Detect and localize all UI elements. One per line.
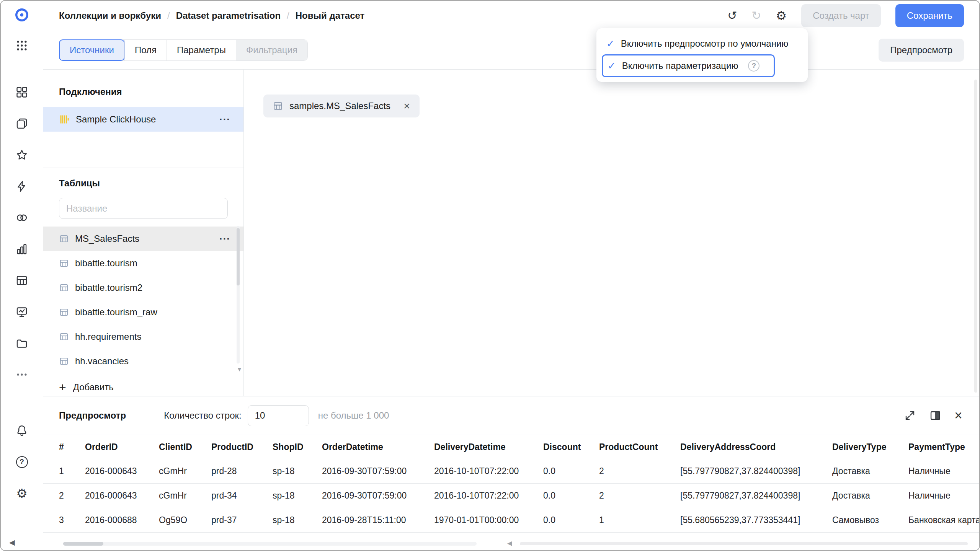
scroll-down-icon[interactable]: ▾	[238, 365, 241, 373]
editor-monitor-icon[interactable]	[15, 305, 29, 319]
table-item[interactable]: hh.requirements	[43, 324, 243, 349]
tab-parameters[interactable]: Параметры	[167, 40, 236, 60]
tables-list-scrollbar[interactable]	[237, 226, 240, 364]
collapse-sidebar-icon[interactable]: ◀	[9, 538, 15, 546]
table-item-label: hh.vacancies	[75, 356, 129, 367]
preview-window-controls: ×	[904, 409, 962, 422]
cell: 0.0	[543, 491, 599, 501]
apps-grid-icon[interactable]	[15, 38, 29, 53]
table-icon	[59, 332, 69, 342]
cell: cGmHr	[159, 466, 211, 476]
connection-more-icon[interactable]: ···	[219, 114, 230, 124]
settings-gear-icon[interactable]: ⚙	[15, 486, 29, 500]
menu-item-enable-preview-default[interactable]: ✓ Включить предпросмотр по умолчанию	[602, 33, 802, 54]
more-services-icon[interactable]	[15, 367, 29, 382]
cell: 2	[59, 491, 85, 501]
column-header: ClientID	[159, 442, 211, 452]
cell: 1	[599, 515, 680, 525]
cell: 0.0	[543, 515, 599, 525]
tab-sources[interactable]: Источники	[59, 39, 125, 61]
preview-panel: Предпросмотр Количество строк: не больше…	[43, 396, 979, 550]
preview-table-row: 2 2016-000643 cGmHr prd-34 sp-18 2016-09…	[43, 484, 979, 508]
cell: cGmHr	[159, 491, 211, 501]
column-header: Discount	[543, 442, 599, 452]
clickhouse-icon	[59, 114, 70, 125]
content-area: Подключения Sample ClickHouse ··· Таблиц…	[43, 70, 979, 396]
sources-canvas: samples.MS_SalesFacts ×	[244, 70, 979, 396]
table-item[interactable]: bibattle.tourism2	[43, 276, 243, 300]
redo-icon[interactable]: ↻	[751, 10, 761, 21]
connection-name: Sample ClickHouse	[76, 114, 156, 125]
add-table-button[interactable]: + Добавить	[43, 377, 243, 396]
horizontal-scrollbar-thumb[interactable]	[63, 542, 103, 546]
preview-table-row: 3 2016-000688 Og59O prd-37 sp-18 2016-09…	[43, 508, 979, 533]
left-rail: ? ⚙ ◀	[1, 1, 43, 550]
favorites-star-icon[interactable]	[15, 148, 29, 162]
help-icon[interactable]: ?	[15, 455, 29, 469]
horizontal-scrollbar-track-right[interactable]	[520, 542, 968, 545]
cell: Самовывоз	[832, 515, 908, 525]
table-item[interactable]: hh.vacancies	[43, 349, 243, 373]
canvas-vertical-scrollbar[interactable]	[974, 80, 977, 393]
dataset-settings-gear-icon[interactable]: ⚙	[776, 10, 787, 22]
cell: 0.0	[543, 466, 599, 476]
horizontal-scrollbar-track[interactable]	[63, 542, 477, 546]
sources-side-panel: Подключения Sample ClickHouse ··· Таблиц…	[43, 70, 244, 396]
save-button[interactable]: Сохранить	[895, 4, 964, 27]
remove-source-icon[interactable]: ×	[403, 100, 410, 112]
connections-icon[interactable]	[15, 179, 29, 194]
charts-icon[interactable]	[15, 242, 29, 256]
tab-filtering[interactable]: Фильтрация	[236, 40, 307, 60]
cell: Банковская карта	[908, 515, 979, 525]
tables-icon[interactable]	[15, 273, 29, 288]
preview-table-row: 1 2016-000643 cGmHr prd-28 sp-18 2016-09…	[43, 459, 979, 484]
breadcrumb-collections[interactable]: Коллекции и воркбуки	[59, 10, 161, 21]
datalens-logo[interactable]	[15, 8, 29, 22]
tables-heading: Таблицы	[59, 178, 243, 189]
table-item[interactable]: bibattle.tourism	[43, 251, 243, 276]
split-view-icon[interactable]	[929, 409, 941, 422]
column-header: DeliveryAddressCoord	[680, 442, 832, 452]
preview-table-header-row: # OrderID ClientID ProductID ShopID Orde…	[43, 435, 979, 459]
cell: prd-28	[211, 466, 273, 476]
expand-preview-icon[interactable]	[904, 409, 916, 422]
column-header: ProductID	[211, 442, 273, 452]
cell: sp-18	[273, 515, 322, 525]
table-item-label: MS_SalesFacts	[75, 233, 139, 244]
column-header: #	[59, 442, 85, 452]
tab-fields[interactable]: Поля	[124, 40, 167, 60]
table-item-label: bibattle.tourism	[75, 258, 137, 269]
preview-toggle-button[interactable]: Предпросмотр	[879, 39, 964, 62]
parametrisation-help-icon[interactable]: ?	[748, 60, 760, 72]
create-chart-button[interactable]: Создать чарт	[801, 4, 881, 27]
breadcrumb-workbook[interactable]: Dataset parametrisation	[176, 10, 281, 21]
connection-item-sample-clickhouse[interactable]: Sample ClickHouse ···	[43, 107, 243, 132]
table-item-label: bibattle.tourism2	[75, 282, 142, 293]
cell: prd-34	[211, 491, 273, 501]
row-count-input[interactable]	[248, 405, 309, 426]
table-search-input[interactable]	[59, 198, 228, 219]
source-table-chip[interactable]: samples.MS_SalesFacts ×	[263, 95, 420, 117]
table-item-ms-salesfacts[interactable]: MS_SalesFacts ···	[43, 227, 243, 251]
column-header: DeliveryDatetime	[434, 442, 543, 452]
column-header: OrderID	[85, 442, 159, 452]
cell: [55.797790827,37.824400398]	[680, 466, 832, 476]
question-mark-glyph: ?	[16, 456, 28, 468]
cell: sp-18	[273, 466, 322, 476]
cell: Доставка	[832, 491, 908, 501]
table-item-label: bibattle.tourism_raw	[75, 307, 157, 318]
scroll-left-icon[interactable]: ◀	[507, 540, 512, 547]
collections-icon[interactable]	[15, 116, 29, 131]
menu-item-enable-parametrisation[interactable]: ✓ Включить параметризацию ?	[602, 54, 775, 77]
notifications-bell-icon[interactable]	[15, 423, 29, 438]
undo-icon[interactable]: ↺	[727, 10, 737, 21]
files-folder-icon[interactable]	[15, 336, 29, 350]
table-more-icon[interactable]: ···	[219, 234, 230, 244]
cell: [55.680565239,37.773353441]	[680, 515, 832, 525]
table-item[interactable]: bibattle.tourism_raw	[43, 300, 243, 324]
scrollbar-thumb[interactable]	[237, 228, 240, 285]
check-icon: ✓	[608, 60, 616, 72]
dashboards-icon[interactable]	[15, 85, 29, 99]
close-preview-icon[interactable]: ×	[954, 409, 962, 422]
datasets-icon[interactable]	[15, 210, 29, 225]
